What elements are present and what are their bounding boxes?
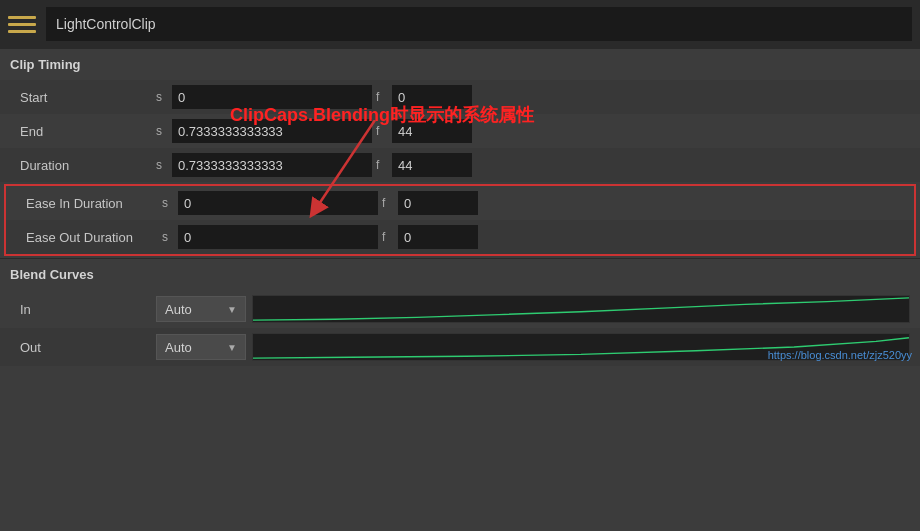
ease-out-value-f[interactable] — [398, 225, 478, 249]
ease-in-unit-f: f — [382, 196, 394, 210]
content-area: ClipCaps.Blending时显示的系统属性 Clip Timing St… — [0, 48, 920, 366]
start-unit-f: f — [376, 90, 388, 104]
start-label: Start — [20, 90, 150, 105]
duration-value-s[interactable] — [172, 153, 372, 177]
clip-timing-header: Clip Timing — [0, 48, 920, 80]
ease-in-unit-s: s — [162, 196, 174, 210]
blend-in-row: In Auto ▼ — [0, 290, 920, 328]
ease-out-label: Ease Out Duration — [26, 230, 156, 245]
ease-out-unit-s: s — [162, 230, 174, 244]
menu-icon[interactable] — [8, 16, 36, 33]
blend-in-dropdown[interactable]: Auto ▼ — [156, 296, 246, 322]
blend-out-label: Out — [20, 340, 150, 355]
blend-in-dropdown-value: Auto — [165, 302, 192, 317]
ease-out-fields: s f — [162, 225, 904, 249]
blend-out-dropdown-value: Auto — [165, 340, 192, 355]
ease-out-row: Ease Out Duration s f — [6, 220, 914, 254]
clip-name-input[interactable] — [46, 7, 912, 41]
start-unit-s: s — [156, 90, 168, 104]
ease-in-label: Ease In Duration — [26, 196, 156, 211]
duration-unit-f: f — [376, 158, 388, 172]
end-label: End — [20, 124, 150, 139]
blend-curves-header: Blend Curves — [0, 258, 920, 290]
top-bar — [0, 0, 920, 48]
ease-in-value-f[interactable] — [398, 191, 478, 215]
ease-in-row: Ease In Duration s f — [6, 186, 914, 220]
blend-in-label: In — [20, 302, 150, 317]
blend-out-dropdown-arrow: ▼ — [227, 342, 237, 353]
ease-section: Ease In Duration s f Ease Out Duration s… — [4, 184, 916, 256]
end-unit-s: s — [156, 124, 168, 138]
duration-row: Duration s f — [0, 148, 920, 182]
ease-out-unit-f: f — [382, 230, 394, 244]
ease-out-value-s[interactable] — [178, 225, 378, 249]
ease-in-value-s[interactable] — [178, 191, 378, 215]
blend-in-dropdown-arrow: ▼ — [227, 304, 237, 315]
duration-value-f[interactable] — [392, 153, 472, 177]
blend-in-curve-preview — [252, 295, 910, 323]
annotation-text: ClipCaps.Blending时显示的系统属性 — [230, 103, 534, 127]
duration-unit-s: s — [156, 158, 168, 172]
ease-in-fields: s f — [162, 191, 904, 215]
blend-in-curve-svg — [253, 296, 909, 322]
blend-out-dropdown[interactable]: Auto ▼ — [156, 334, 246, 360]
duration-label: Duration — [20, 158, 150, 173]
duration-fields: s f — [156, 153, 910, 177]
watermark: https://blog.csdn.net/zjz520yy — [768, 349, 912, 361]
